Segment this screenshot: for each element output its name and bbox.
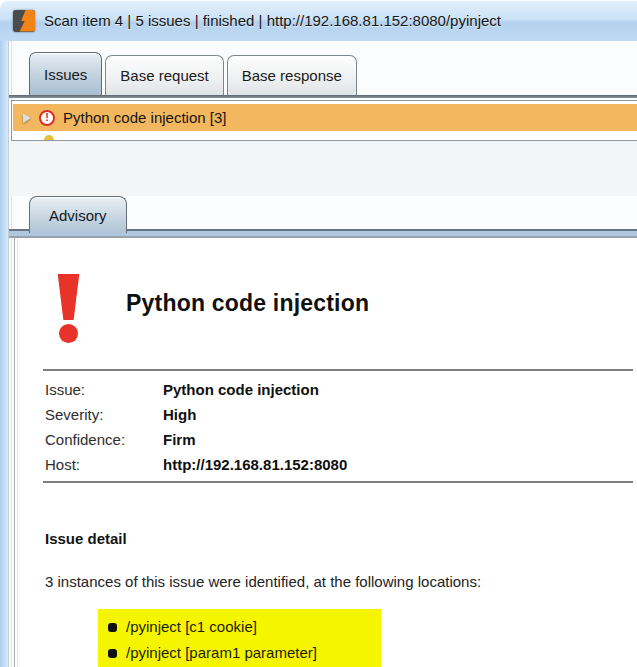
- field-value-confidence: Firm: [163, 427, 605, 452]
- tab-base-request[interactable]: Base request: [105, 55, 223, 95]
- tab-base-response[interactable]: Base response: [227, 55, 357, 95]
- list-item: /pyinject [c1 cookie]: [108, 614, 381, 640]
- alert-exclamation-icon: [55, 274, 83, 343]
- clipped-issue-icon: [44, 135, 54, 140]
- issue-row-label: Python code injection [3]: [63, 109, 226, 126]
- tab-advisory[interactable]: Advisory: [29, 196, 127, 233]
- exclamation-glyph: !: [45, 112, 49, 123]
- window-content: Issues Base request Base response ! Pyth…: [8, 41, 637, 667]
- location-text: /pyinject [param1 parameter]: [126, 640, 317, 666]
- bullet-icon: [108, 649, 117, 658]
- bullet-icon: [108, 623, 117, 632]
- main-tab-strip: Issues Base request Base response: [29, 49, 357, 95]
- field-label-confidence: Confidence:: [45, 427, 163, 452]
- issue-tree-row[interactable]: ! Python code injection [3]: [13, 104, 637, 131]
- field-value-severity: High: [163, 402, 605, 427]
- title-bar[interactable]: Scan item 4 | 5 issues | finished | http…: [0, 0, 637, 41]
- issue-summary-table: Issue: Python code injection Severity: H…: [45, 377, 605, 477]
- exclamation-dot: [59, 324, 78, 343]
- tab-pane-divider: [9, 95, 637, 98]
- field-label-severity: Severity:: [45, 402, 163, 427]
- issues-tree-panel: ! Python code injection [3]: [11, 100, 637, 141]
- field-value-host: http://192.168.81.152:8080: [163, 452, 605, 477]
- divider-line: [43, 369, 633, 371]
- window-title: Scan item 4 | 5 issues | finished | http…: [44, 12, 501, 29]
- high-severity-issue-icon: !: [39, 110, 55, 126]
- location-text: /pyinject [c1 cookie]: [126, 614, 257, 640]
- highlighted-locations-list: /pyinject [c1 cookie] /pyinject [param1 …: [98, 609, 381, 667]
- scan-item-window: Scan item 4 | 5 issues | finished | http…: [0, 0, 637, 667]
- issue-detail-text: 3 instances of this issue were identifie…: [45, 573, 481, 590]
- tab-issues[interactable]: Issues: [29, 52, 102, 95]
- field-label-issue: Issue:: [45, 377, 163, 402]
- window-left-border: [0, 41, 8, 667]
- panel-gap: [9, 141, 637, 196]
- partially-visible-row: [13, 132, 637, 140]
- advisory-panel: Python code injection Issue: Python code…: [14, 238, 637, 667]
- field-label-host: Host:: [45, 452, 163, 477]
- panel-edge-line: [17, 238, 18, 667]
- list-item: /pyinject [param1 parameter]: [108, 640, 381, 666]
- lightning-bolt-icon: [13, 10, 35, 32]
- advisory-title: Python code injection: [126, 290, 369, 317]
- exclamation-bar: [55, 274, 82, 320]
- divider-line: [43, 481, 633, 483]
- issue-detail-heading: Issue detail: [45, 530, 127, 547]
- field-value-issue: Python code injection: [163, 377, 605, 402]
- expand-arrow-icon[interactable]: [23, 113, 31, 123]
- burp-suite-icon: [13, 10, 35, 32]
